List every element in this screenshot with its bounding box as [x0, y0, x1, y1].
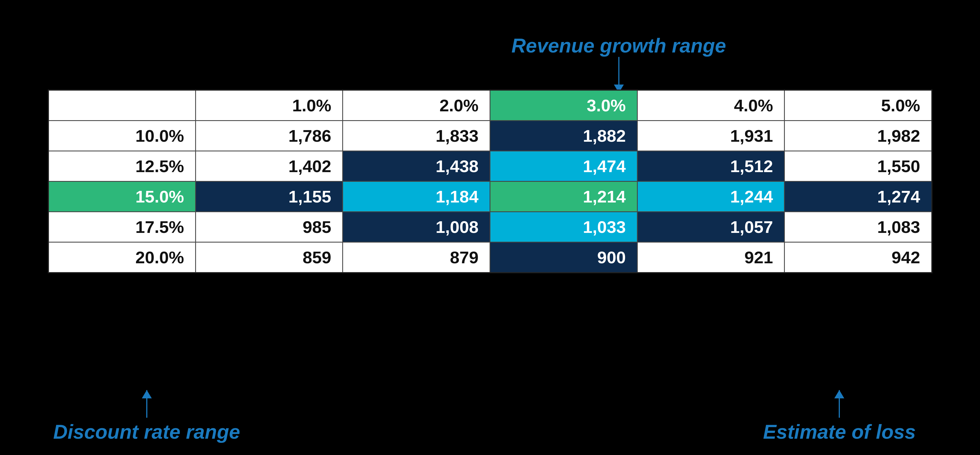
table-row: 15.0%1,1551,1841,2141,2441,274: [48, 181, 932, 212]
cell-r0-c2: 1,882: [490, 120, 637, 151]
cell-r1-c1: 1,438: [343, 151, 490, 181]
cell-r1-c2: 1,474: [490, 151, 637, 181]
row-label-0: 10.0%: [48, 120, 196, 151]
discount-rate-annotation: Discount rate range: [53, 390, 240, 443]
row-label-2: 15.0%: [48, 181, 196, 212]
cell-r2-c3: 1,244: [637, 181, 784, 212]
header-col2: 2.0%: [343, 90, 490, 121]
cell-r2-c1: 1,184: [343, 181, 490, 212]
revenue-growth-annotation: Revenue growth range: [511, 34, 726, 93]
header-col4: 4.0%: [637, 90, 784, 121]
table-row: 10.0%1,7861,8331,8821,9311,982: [48, 120, 932, 151]
cell-r4-c4: 942: [784, 242, 932, 273]
cell-r4-c0: 859: [196, 242, 343, 273]
cell-r0-c4: 1,982: [784, 120, 932, 151]
table-row: 20.0%859879900921942: [48, 242, 932, 273]
chart-area: Revenue growth range 1.0% 2.0% 3.0% 4.0%…: [48, 34, 932, 421]
cell-r0-c3: 1,931: [637, 120, 784, 151]
cell-r0-c0: 1,786: [196, 120, 343, 151]
discount-rate-arrow: [146, 390, 147, 418]
cell-r3-c4: 1,083: [784, 212, 932, 242]
revenue-growth-label: Revenue growth range: [511, 35, 726, 57]
cell-r1-c4: 1,550: [784, 151, 932, 181]
cell-r3-c3: 1,057: [637, 212, 784, 242]
cell-r2-c4: 1,274: [784, 181, 932, 212]
cell-r1-c0: 1,402: [196, 151, 343, 181]
cell-r2-c2: 1,214: [490, 181, 637, 212]
page-container: Revenue growth range 1.0% 2.0% 3.0% 4.0%…: [0, 0, 980, 455]
revenue-growth-arrow: [618, 57, 619, 93]
table-row: 17.5%9851,0081,0331,0571,083: [48, 212, 932, 242]
header-empty-cell: [48, 90, 196, 121]
row-label-4: 20.0%: [48, 242, 196, 273]
cell-r1-c3: 1,512: [637, 151, 784, 181]
cell-r4-c1: 879: [343, 242, 490, 273]
table-header-row: 1.0% 2.0% 3.0% 4.0% 5.0%: [48, 90, 932, 121]
header-col3: 3.0%: [490, 90, 637, 121]
table-row: 12.5%1,4021,4381,4741,5121,550: [48, 151, 932, 181]
cell-r3-c2: 1,033: [490, 212, 637, 242]
estimate-loss-label: Estimate of loss: [763, 420, 916, 443]
estimate-loss-arrow: [839, 390, 840, 418]
cell-r0-c1: 1,833: [343, 120, 490, 151]
cell-r2-c0: 1,155: [196, 181, 343, 212]
row-label-3: 17.5%: [48, 212, 196, 242]
header-col1: 1.0%: [196, 90, 343, 121]
row-label-1: 12.5%: [48, 151, 196, 181]
estimate-loss-annotation: Estimate of loss: [763, 390, 916, 443]
discount-rate-label: Discount rate range: [53, 420, 240, 443]
header-col5: 5.0%: [784, 90, 932, 121]
cell-r4-c2: 900: [490, 242, 637, 273]
sensitivity-table: 1.0% 2.0% 3.0% 4.0% 5.0% 10.0%1,7861,833…: [48, 89, 932, 273]
cell-r4-c3: 921: [637, 242, 784, 273]
cell-r3-c1: 1,008: [343, 212, 490, 242]
cell-r3-c0: 985: [196, 212, 343, 242]
